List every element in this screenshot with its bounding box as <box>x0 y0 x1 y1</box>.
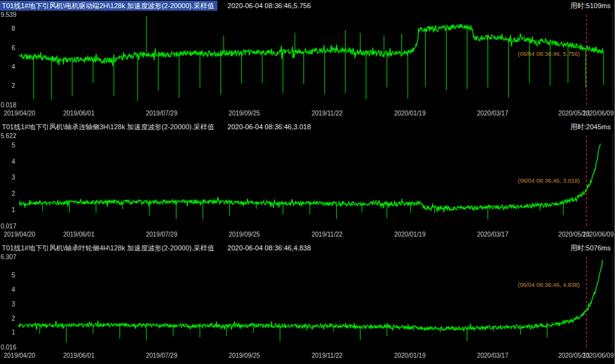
axis-label: 2019/07/29 <box>146 352 177 359</box>
axis-label: 2019/06/01 <box>63 110 94 117</box>
chart-timestamp: 2020-06-04 08:36:46,5.756 <box>227 1 311 11</box>
axis-label: 2020/01/19 <box>394 110 425 117</box>
axis-label: 4 <box>11 63 15 70</box>
trend-chart[interactable]: 9.5390.01886422019/04/202019/06/012019/0… <box>0 11 615 122</box>
axis-label: 2020/03/17 <box>477 231 508 238</box>
axis-label: 9.539 <box>1 11 16 18</box>
axis-label: 2019/07/29 <box>146 110 177 117</box>
axis-label: 0.018 <box>1 102 16 109</box>
axis-label: 2019/11/22 <box>312 352 343 359</box>
chart-header[interactable]: T01线1#地下引风机\轴承连轴侧3H\128k 加速度波形(2-20000).… <box>0 122 614 132</box>
chart-title[interactable]: T01线1#地下引风机\轴承连轴侧3H\128k 加速度波形(2-20000).… <box>0 122 217 132</box>
chart-timestamp: 2020-06-04 08:36:46,4.838 <box>227 243 311 253</box>
axis-label: 2020/03/17 <box>477 352 508 359</box>
axis-label: 8 <box>11 25 15 32</box>
chart-header[interactable]: T01线1#地下引风机\轴承叶轮侧4H\128k 加速度波形(2-20000).… <box>0 243 614 253</box>
axis-label: 2 <box>11 190 15 197</box>
axis-label: 5.622 <box>1 132 16 139</box>
axis-label: 3 <box>11 174 15 181</box>
elapsed-time: 用时:5076ms <box>570 243 611 253</box>
axis-label: 6 <box>11 45 15 51</box>
axis-label: 5 <box>11 142 15 149</box>
axis-label: 0.016 <box>1 344 16 351</box>
axis-label: 2019/07/29 <box>146 231 177 238</box>
monitor-window: T01线1#地下引风机\电机驱动端2H\128k 加速度波形(2-20000).… <box>0 0 615 364</box>
axis-label: 2019/06/01 <box>63 352 94 359</box>
axis-label: 2019/04/20 <box>4 352 35 359</box>
chart-panel-bearing-coupling-side: T01线1#地下引风机\轴承连轴侧3H\128k 加速度波形(2-20000).… <box>0 122 614 243</box>
chart-title[interactable]: T01线1#地下引风机\电机驱动端2H\128k 加速度波形(2-20000).… <box>0 1 217 11</box>
cursor-annotation: (06/04 08:36:46, 3.018) <box>518 177 580 184</box>
waveform-trace <box>19 144 601 212</box>
axis-label: 0.017 <box>1 223 16 230</box>
cursor-annotation: (06/04 08:36:46, 5.756) <box>518 50 580 57</box>
axis-label: 2019/11/22 <box>312 231 343 238</box>
elapsed-time: 用时:2045ms <box>570 122 611 132</box>
axis-label: 2019/04/20 <box>4 231 35 238</box>
axis-label: 2020/06/09 <box>582 352 614 359</box>
axis-label: 6.307 <box>1 254 16 260</box>
axis-label: 2019/11/22 <box>312 110 343 117</box>
axis-label: 2019/06/01 <box>63 231 94 238</box>
axis-label: 2020/06/09 <box>582 231 614 238</box>
axis-label: 2020/01/19 <box>394 231 425 238</box>
axis-label: 2019/04/20 <box>4 110 35 117</box>
trend-chart[interactable]: 6.3070.016543212019/04/202019/06/012019/… <box>0 253 615 364</box>
axis-label: 3 <box>11 301 15 308</box>
axis-label: 2019/09/25 <box>229 110 260 117</box>
axis-label: 1 <box>11 206 15 213</box>
axis-label: 2 <box>11 82 15 89</box>
axis-label: 2 <box>11 315 15 322</box>
axis-label: 2020/01/19 <box>394 352 425 359</box>
elapsed-time: 用时:5109ms <box>570 1 611 11</box>
axis-label: 2020/06/09 <box>582 110 614 117</box>
chart-header[interactable]: T01线1#地下引风机\电机驱动端2H\128k 加速度波形(2-20000).… <box>0 1 614 11</box>
waveform-trace <box>19 260 602 331</box>
axis-label: 1 <box>11 329 15 336</box>
chart-panel-motor-drive-end: T01线1#地下引风机\电机驱动端2H\128k 加速度波形(2-20000).… <box>0 1 614 122</box>
chart-timestamp: 2020-06-04 08:36:46,3.018 <box>227 122 311 132</box>
axis-label: 2020/03/17 <box>477 110 508 117</box>
chart-title[interactable]: T01线1#地下引风机\轴承叶轮侧4H\128k 加速度波形(2-20000).… <box>0 243 217 253</box>
axis-label: 5 <box>11 272 15 279</box>
cursor-annotation: (06/04 08:36:46, 4.838) <box>518 281 580 288</box>
axis-label: 4 <box>11 158 15 165</box>
axis-label: 2019/09/25 <box>229 231 260 238</box>
trend-chart[interactable]: 5.6220.017543212019/04/202019/06/012019/… <box>0 132 615 243</box>
axis-label: 4 <box>11 286 15 293</box>
axis-label: 2019/09/25 <box>229 352 260 359</box>
waveform-trace <box>19 24 604 66</box>
chart-panel-bearing-impeller-side: T01线1#地下引风机\轴承叶轮侧4H\128k 加速度波形(2-20000).… <box>0 243 614 364</box>
